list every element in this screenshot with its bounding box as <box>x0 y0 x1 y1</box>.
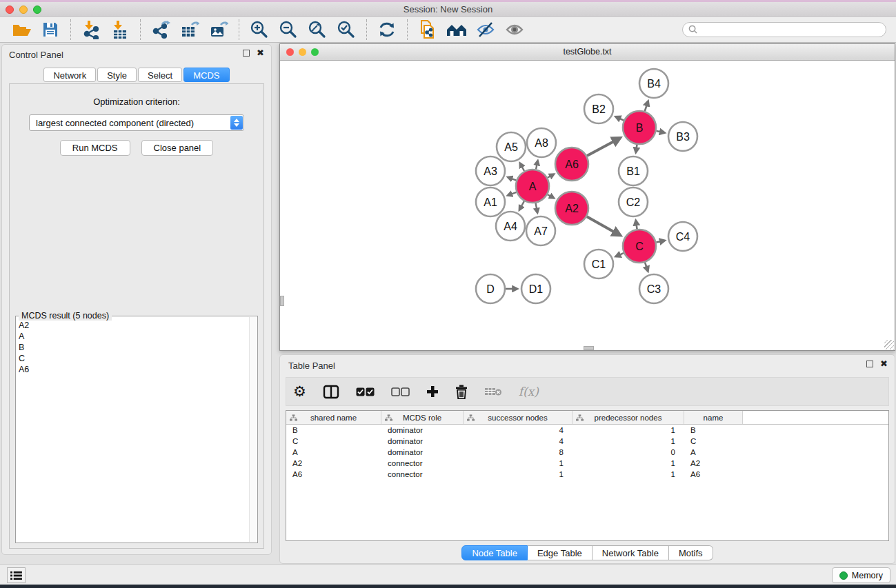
node-table[interactable]: shared nameMCDS rolesuccessor nodesprede… <box>286 410 889 541</box>
table-row[interactable]: Adominator80A <box>286 447 888 458</box>
search-box[interactable] <box>682 22 886 37</box>
table-cell[interactable]: 1 <box>573 436 684 447</box>
graph-edge-A-A8[interactable] <box>536 161 538 169</box>
graph-edge-A-A7[interactable] <box>536 203 538 213</box>
tab-node-table[interactable]: Node Table <box>461 545 528 560</box>
search-input[interactable] <box>701 25 880 34</box>
open-session-button[interactable] <box>10 19 33 41</box>
result-scrollbar[interactable] <box>249 317 257 542</box>
refresh-button[interactable] <box>375 19 399 41</box>
table-cell[interactable]: dominator <box>381 425 464 436</box>
float-panel-icon[interactable] <box>243 50 250 57</box>
clone-network-button[interactable] <box>416 19 439 41</box>
graph-edge-A2-C[interactable] <box>587 216 620 235</box>
deselect-all-columns-button[interactable] <box>391 387 410 396</box>
table-cell[interactable]: 8 <box>464 447 573 458</box>
optimization-criterion-dropdown[interactable]: largest connected component (directed) <box>29 114 244 131</box>
graph-edge-A6-B[interactable] <box>587 138 620 156</box>
column-header-name[interactable]: name <box>684 411 743 424</box>
tab-motifs[interactable]: Motifs <box>669 545 713 560</box>
table-cell[interactable]: 1 <box>464 458 573 469</box>
graph-edge-C-C3[interactable] <box>645 263 648 272</box>
graph-edge-C-C4[interactable] <box>656 241 664 243</box>
memory-button[interactable]: Memory <box>832 567 890 583</box>
network-graph[interactable]: AA1A2A3A4A5A6A7A8BB1B2B3B4CC1C2C3C4DD1 <box>280 61 895 350</box>
graph-edge-A-A2[interactable] <box>548 194 554 198</box>
tab-edge-table[interactable]: Edge Table <box>528 545 593 560</box>
table-cell[interactable]: A6 <box>684 469 743 480</box>
table-row[interactable]: A6connector11A6 <box>286 469 888 480</box>
table-cell[interactable]: dominator <box>381 436 464 447</box>
table-cell[interactable]: connector <box>381 458 464 469</box>
graph-edge-B-B1[interactable] <box>636 145 637 152</box>
column-header-shared-name[interactable]: shared name <box>286 411 381 424</box>
show-task-history-button[interactable] <box>7 567 26 583</box>
export-table-button[interactable] <box>178 19 201 41</box>
hide-details-button[interactable] <box>474 19 497 41</box>
graph-edge-C-C2[interactable] <box>636 221 637 229</box>
graph-edge-A-A3[interactable] <box>508 177 516 180</box>
zoom-selected-button[interactable] <box>335 19 358 41</box>
float-panel-icon[interactable] <box>866 361 873 367</box>
graph-edge-A-A6[interactable] <box>548 174 554 178</box>
delete-table-button[interactable] <box>484 387 502 396</box>
table-cell[interactable]: 0 <box>573 447 684 458</box>
table-row[interactable]: A2connector11A2 <box>286 458 888 469</box>
tab-select[interactable]: Select <box>138 68 182 82</box>
import-network-button[interactable] <box>79 19 103 41</box>
table-cell[interactable]: B <box>684 425 743 436</box>
table-cell[interactable]: 1 <box>573 458 684 469</box>
graph-edge-A-A5[interactable] <box>520 163 524 171</box>
show-details-button[interactable] <box>503 19 526 41</box>
network-canvas[interactable]: AA1A2A3A4A5A6A7A8BB1B2B3B4CC1C2C3C4DD1 <box>280 61 895 350</box>
resize-grip[interactable] <box>884 340 894 349</box>
table-cell[interactable]: 4 <box>464 436 573 447</box>
tab-style[interactable]: Style <box>97 68 137 82</box>
table-cell[interactable]: 4 <box>464 425 573 436</box>
table-cell[interactable]: 1 <box>573 425 684 436</box>
close-panel-icon[interactable]: ✖ <box>257 50 264 57</box>
graph-edge-C-C1[interactable] <box>616 253 624 256</box>
column-header-MCDS-role[interactable]: MCDS role <box>381 411 464 424</box>
export-image-button[interactable] <box>207 19 230 41</box>
vertical-scrollbar-thumb[interactable] <box>280 296 284 306</box>
zoom-in-button[interactable] <box>248 19 271 41</box>
save-session-button[interactable] <box>39 19 62 41</box>
horizontal-scrollbar-thumb[interactable] <box>584 346 594 350</box>
table-row[interactable]: Cdominator41C <box>286 436 888 447</box>
close-panel-button[interactable]: Close panel <box>141 140 214 156</box>
table-cell[interactable]: dominator <box>381 447 464 458</box>
table-cell[interactable]: 1 <box>573 469 684 480</box>
table-cell[interactable]: A <box>286 447 381 458</box>
zoom-out-button[interactable] <box>277 19 300 41</box>
column-header-successor-nodes[interactable]: successor nodes <box>464 411 573 424</box>
zoom-fit-button[interactable] <box>306 19 329 41</box>
table-cell[interactable]: A2 <box>286 458 381 469</box>
graph-edge-B-B4[interactable] <box>645 101 648 111</box>
table-row[interactable]: Bdominator41B <box>286 425 888 436</box>
table-cell[interactable]: A2 <box>684 458 743 469</box>
delete-column-button[interactable] <box>455 385 468 399</box>
table-cell[interactable]: B <box>286 425 381 436</box>
table-settings-button[interactable]: ⚙ <box>293 385 306 398</box>
tab-network-table[interactable]: Network Table <box>593 545 669 560</box>
first-neighbors-button[interactable] <box>445 19 468 41</box>
close-panel-icon[interactable]: ✖ <box>880 361 888 367</box>
column-header-predecessor-nodes[interactable]: predecessor nodes <box>573 411 684 424</box>
export-network-button[interactable] <box>149 19 172 41</box>
tab-network[interactable]: Network <box>43 68 96 82</box>
function-builder-button[interactable]: f(x) <box>519 385 539 398</box>
create-column-button[interactable] <box>426 385 439 398</box>
graph-edge-A-A1[interactable] <box>508 192 516 196</box>
table-cell[interactable]: A6 <box>286 469 381 480</box>
table-cell[interactable]: 1 <box>464 469 573 480</box>
mcds-result-list[interactable]: A2ABCA6 <box>19 320 248 541</box>
show-column-panel-button[interactable] <box>323 385 339 399</box>
tab-mcds[interactable]: MCDS <box>183 68 229 82</box>
graph-edge-B-B2[interactable] <box>616 116 624 120</box>
table-cell[interactable]: connector <box>381 469 464 480</box>
network-window-titlebar[interactable]: testGlobe.txt <box>280 44 895 61</box>
table-cell[interactable]: C <box>286 436 381 447</box>
run-mcds-button[interactable]: Run MCDS <box>60 140 130 156</box>
table-cell[interactable]: A <box>684 447 743 458</box>
